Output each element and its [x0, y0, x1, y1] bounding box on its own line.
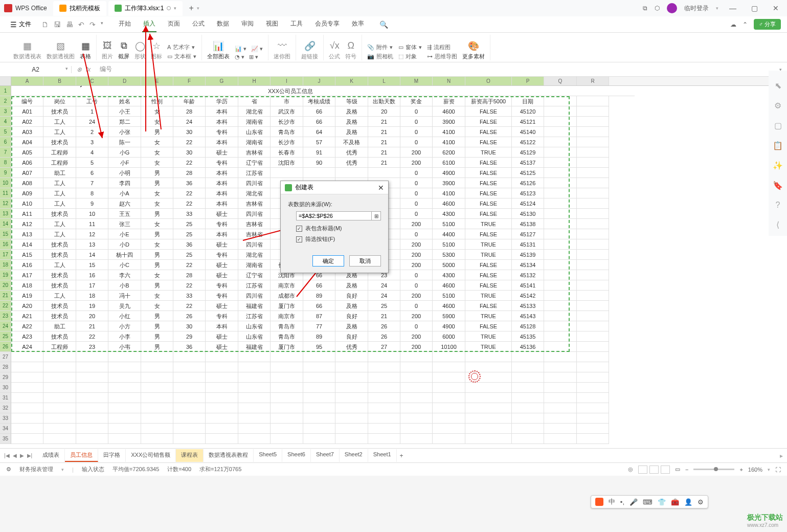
header-cell[interactable]: 工号 — [76, 96, 108, 106]
data-cell[interactable]: 5 — [76, 158, 108, 168]
data-cell[interactable] — [206, 413, 238, 424]
data-cell[interactable]: 良好 — [335, 311, 368, 321]
data-cell[interactable]: 专科 — [206, 280, 238, 291]
data-cell[interactable]: 11 — [76, 219, 108, 229]
data-cell[interactable]: 5100 — [433, 291, 465, 301]
data-cell[interactable] — [173, 413, 206, 424]
last-sheet-icon[interactable]: ▶| — [27, 453, 33, 458]
layers-tool-icon[interactable]: ▢ — [774, 121, 782, 130]
data-cell[interactable]: 2 — [76, 127, 108, 137]
column-header-D[interactable]: D — [108, 77, 141, 85]
data-cell[interactable] — [577, 270, 609, 280]
data-cell[interactable]: A02 — [11, 117, 43, 127]
more-materials-button[interactable]: 🎨更多素材 — [462, 40, 485, 60]
data-cell[interactable]: 28 — [173, 168, 206, 178]
data-cell[interactable] — [335, 362, 368, 372]
data-cell[interactable]: 小方 — [108, 321, 141, 331]
header-cell[interactable]: 姓名 — [108, 96, 141, 106]
data-cell[interactable]: 4100 — [433, 137, 465, 147]
column-header-I[interactable]: I — [271, 77, 303, 85]
column-header-G[interactable]: G — [206, 77, 238, 85]
data-cell[interactable] — [335, 168, 368, 178]
data-cell[interactable] — [544, 362, 577, 372]
data-cell[interactable]: 9 — [76, 198, 108, 209]
data-cell[interactable]: 厦门市 — [271, 301, 303, 311]
row-header[interactable]: 8 — [0, 158, 11, 168]
data-cell[interactable]: 男 — [141, 250, 173, 260]
data-cell[interactable] — [512, 413, 544, 424]
data-cell[interactable]: 0 — [400, 198, 433, 209]
data-cell[interactable]: 200 — [400, 342, 433, 352]
data-cell[interactable]: 45141 — [512, 280, 544, 291]
data-cell[interactable] — [512, 403, 544, 413]
data-cell[interactable] — [544, 158, 577, 168]
data-cell[interactable]: 66 — [303, 117, 335, 127]
data-cell[interactable]: 4100 — [433, 127, 465, 137]
data-cell[interactable]: A16 — [11, 260, 43, 270]
sheet-tab-Sheet5[interactable]: Sheet5 — [254, 449, 282, 462]
data-cell[interactable]: 0 — [400, 301, 433, 311]
data-cell[interactable] — [577, 311, 609, 321]
data-cell[interactable] — [76, 352, 108, 362]
data-cell[interactable]: 男 — [141, 342, 173, 352]
data-cell[interactable]: FALSE — [465, 158, 512, 168]
data-cell[interactable]: 45132 — [512, 270, 544, 280]
data-cell[interactable] — [544, 424, 577, 434]
data-cell[interactable]: 64 — [303, 127, 335, 137]
data-cell[interactable]: 22 — [173, 301, 206, 311]
data-cell[interactable]: 专科 — [206, 127, 238, 137]
data-cell[interactable]: 45130 — [512, 209, 544, 219]
cancel-edit-icon[interactable]: ⊗ — [77, 66, 82, 73]
fullscreen-icon[interactable]: ⛶ — [775, 467, 781, 473]
data-cell[interactable] — [206, 352, 238, 362]
data-cell[interactable]: A05 — [11, 147, 43, 158]
first-sheet-icon[interactable]: |◀ — [4, 453, 10, 458]
data-cell[interactable]: 27 — [368, 342, 400, 352]
data-cell[interactable]: 小韦 — [108, 342, 141, 352]
tabs-dropdown-icon[interactable]: ▾ — [197, 6, 199, 11]
help-tool-icon[interactable]: ? — [776, 201, 780, 210]
flowchart-button[interactable]: ⇶流程图 — [427, 43, 457, 51]
data-cell[interactable]: 湖南省 — [238, 137, 271, 147]
data-cell[interactable]: 技术员 — [43, 137, 76, 147]
data-cell[interactable] — [577, 260, 609, 270]
row-header[interactable]: 9 — [0, 168, 11, 178]
data-cell[interactable]: 4100 — [433, 188, 465, 198]
data-cell[interactable]: 优秀 — [335, 342, 368, 352]
data-cell[interactable]: 18 — [76, 291, 108, 301]
data-cell[interactable]: 女 — [141, 270, 173, 280]
row-header[interactable]: 3 — [0, 106, 11, 117]
data-cell[interactable]: 10100 — [433, 342, 465, 352]
data-cell[interactable] — [544, 168, 577, 178]
data-cell[interactable]: 5100 — [433, 239, 465, 250]
row-header[interactable]: 17 — [0, 250, 11, 260]
ime-toolbar[interactable]: 中 •, 🎤 ⌨ 👕 🧰 👤 ⚙ — [591, 495, 708, 508]
data-cell[interactable]: 200 — [400, 239, 433, 250]
row-header[interactable]: 21 — [0, 291, 11, 301]
data-cell[interactable] — [400, 352, 433, 362]
hyperlink-button[interactable]: 🔗超链接 — [301, 40, 318, 60]
formula-input[interactable]: 编号 — [96, 65, 774, 74]
data-cell[interactable]: 0 — [400, 321, 433, 331]
data-cell[interactable]: 良好 — [335, 331, 368, 342]
data-cell[interactable] — [335, 403, 368, 413]
name-box-dropdown-icon[interactable]: ▾ — [65, 66, 68, 71]
data-cell[interactable]: 30 — [173, 147, 206, 158]
wordart-button[interactable]: A艺术字 ▾ — [167, 43, 196, 51]
data-cell[interactable]: 女 — [141, 198, 173, 209]
header-cell[interactable]: 学历 — [206, 96, 238, 106]
maximize-button[interactable]: ▢ — [747, 4, 761, 12]
page-view-button[interactable] — [649, 465, 659, 474]
title-cell[interactable]: XXX公司员工信息 — [11, 86, 570, 96]
data-cell[interactable] — [335, 372, 368, 383]
data-cell[interactable]: FALSE — [465, 188, 512, 198]
data-cell[interactable]: 本科 — [206, 106, 238, 117]
data-cell[interactable] — [206, 362, 238, 372]
data-cell[interactable]: 6 — [76, 168, 108, 178]
object-button[interactable]: ⬚对象 — [398, 53, 422, 60]
data-cell[interactable]: 15 — [76, 260, 108, 270]
data-cell[interactable]: FALSE — [465, 301, 512, 311]
data-cell[interactable]: 本科 — [206, 178, 238, 188]
data-cell[interactable]: 91 — [303, 147, 335, 158]
data-cell[interactable]: 硕士 — [206, 270, 238, 280]
